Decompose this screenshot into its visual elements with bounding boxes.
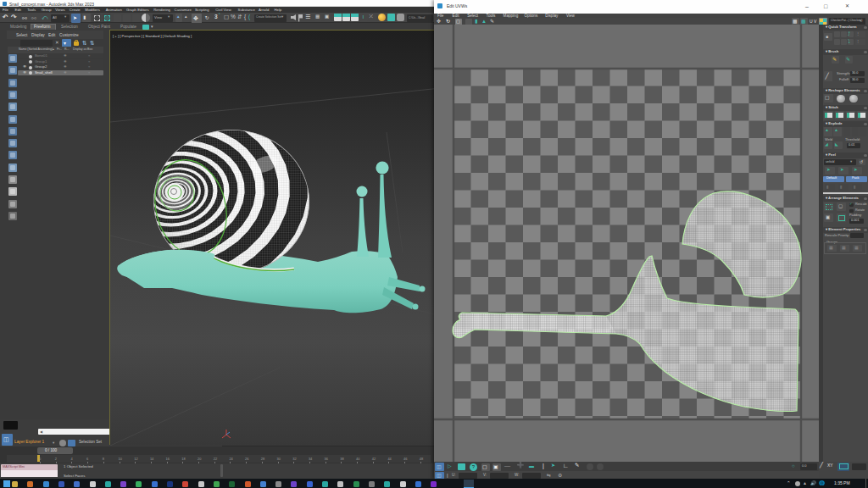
svg-text:[ + ] [ Perspective ] [ Standa: [ + ] [ Perspective ] [ Standard ] [ Def…	[113, 34, 192, 38]
